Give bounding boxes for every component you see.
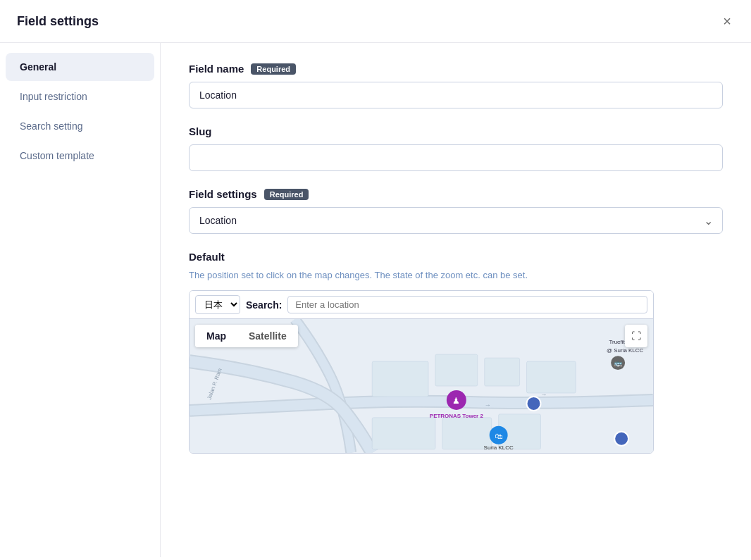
field-name-required-badge: Required [251,63,296,75]
svg-rect-6 [372,418,435,449]
sidebar-item-search-setting[interactable]: Search setting [6,112,154,140]
map-country-select[interactable]: 日本 [195,295,240,314]
svg-rect-5 [527,361,576,393]
map-view-toggle: Map Satellite [195,325,298,347]
field-settings-select[interactable]: Location [189,207,723,234]
default-group: Default The position set to click on the… [189,251,723,454]
modal-header: Field settings × [0,0,751,43]
slug-group: Slug [189,125,723,171]
map-container: 日本 Search: [189,290,654,454]
main-content: Field name Required Slug Field settings … [161,43,751,557]
field-name-label: Field name Required [189,63,723,75]
map-view[interactable]: Jalan P. Ram KLC Truefitt & Hill @ Suria… [190,319,653,453]
map-fullscreen-button[interactable]: ⛶ [625,325,647,347]
svg-point-21 [614,432,628,446]
svg-text:→: → [540,391,547,398]
svg-text:🛍: 🛍 [495,432,503,440]
slug-input[interactable] [189,144,723,171]
modal-body: General Input restriction Search setting… [0,43,751,557]
svg-text:@ Suria KLCC: @ Suria KLCC [607,347,644,354]
field-settings-group: Field settings Required Location ⌄ [189,188,723,234]
svg-text:♟: ♟ [452,396,460,406]
map-search-bar: 日本 Search: [190,291,653,319]
map-toggle-map-button[interactable]: Map [195,325,237,347]
slug-label: Slug [189,125,723,137]
sidebar-item-custom-template[interactable]: Custom template [6,142,154,170]
svg-rect-3 [435,354,478,386]
svg-text:PETRONAS Tower 2: PETRONAS Tower 2 [430,413,484,419]
close-button[interactable]: × [720,11,734,31]
svg-point-17 [527,397,541,411]
svg-rect-4 [485,358,520,386]
sidebar-item-general[interactable]: General [6,53,154,81]
field-settings-required-badge: Required [264,189,309,200]
svg-text:→: → [485,402,491,409]
svg-text:🚌: 🚌 [614,359,623,368]
map-search-input[interactable] [287,296,647,313]
fullscreen-icon: ⛶ [631,330,641,342]
field-name-input[interactable] [189,82,723,108]
field-settings-label: Field settings Required [189,188,723,200]
field-name-group: Field name Required [189,63,723,108]
map-toggle-satellite-button[interactable]: Satellite [237,325,298,347]
field-settings-select-wrapper: Location ⌄ [189,207,723,234]
modal-title: Field settings [17,14,99,29]
default-label: Default [189,251,723,263]
map-search-label: Search: [246,299,282,311]
svg-text:Suria KLCC: Suria KLCC [484,444,514,451]
sidebar-item-input-restriction[interactable]: Input restriction [6,82,154,111]
sidebar: General Input restriction Search setting… [0,43,161,557]
default-description: The position set to click on the map cha… [189,270,723,280]
svg-rect-2 [372,361,428,397]
